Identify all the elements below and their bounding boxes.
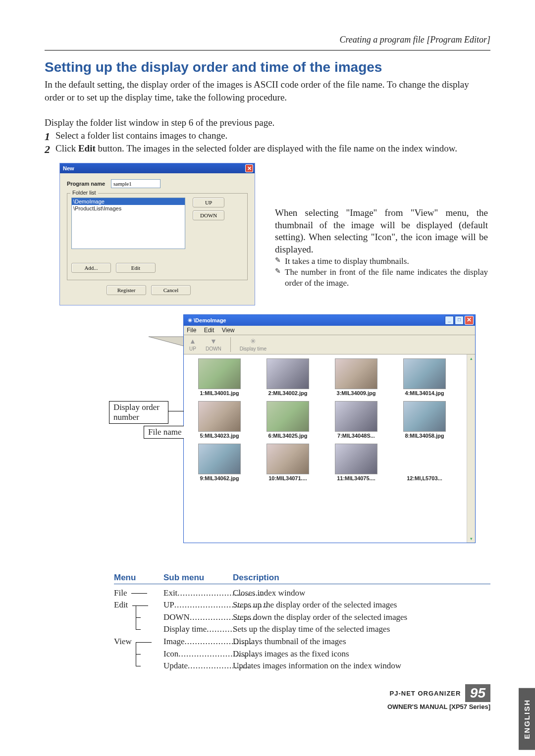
menu-file[interactable]: File <box>187 327 196 334</box>
submenu-down: DOWN <box>163 612 190 622</box>
callout-file-name: File name <box>144 426 186 439</box>
submenu-display-time: Display time <box>163 624 207 634</box>
thumb-label: 11:MIL34075.... <box>324 475 388 481</box>
toolbar-display-time-button[interactable]: ✳ Display time <box>240 337 267 352</box>
thumb-label: 8:MIL34058.jpg <box>393 433 456 439</box>
menu-file-label: File <box>114 588 127 598</box>
edit-button[interactable]: Edit <box>116 263 156 273</box>
program-name-label: Program name <box>67 181 105 187</box>
thumb-item[interactable]: 10:MIL34071.... <box>256 444 320 481</box>
close-icon[interactable]: ✕ <box>465 316 474 325</box>
section-title: Setting up the display order and time of… <box>45 59 490 75</box>
clock-icon: ✳ <box>249 337 257 345</box>
folder-item[interactable]: \ProductList\Images <box>72 205 185 212</box>
thumb-label: 2:MIL34002.jpg <box>256 390 320 396</box>
submenu-update: Update <box>163 661 188 670</box>
menu-description-table: Menu Sub menu Description File Exit.....… <box>114 573 490 672</box>
thumb-label: 1:MIL34001.jpg <box>188 390 251 396</box>
index-window-titlebar[interactable]: ✳ \DemoImage _ □ ✕ <box>184 315 475 326</box>
step-1-text: Select a folder list contains images to … <box>55 130 227 141</box>
menu-edit-label: Edit <box>114 600 128 609</box>
sidenote-p1: When selecting "Image" from "View" menu,… <box>275 207 488 256</box>
scroll-down-icon[interactable]: ▾ <box>467 535 475 543</box>
up-arrow-icon: ▲ <box>189 337 197 345</box>
menu-edit[interactable]: Edit <box>204 327 214 334</box>
minimize-icon[interactable]: _ <box>445 316 454 325</box>
thumb-item[interactable]: 5:MIL34023.jpg <box>188 401 251 439</box>
thumb-item[interactable]: 4:MIL34014.jpg <box>393 358 456 396</box>
close-icon[interactable]: ✕ <box>245 164 253 172</box>
folder-list-legend: Folder list <box>70 190 98 196</box>
cancel-button[interactable]: Cancel <box>151 285 191 295</box>
menu-view-label: View <box>114 637 132 646</box>
thumb-item[interactable]: 1:MIL34001.jpg <box>188 358 251 396</box>
down-button[interactable]: DOWN <box>193 210 224 220</box>
submenu-image: Image <box>163 637 184 646</box>
step-2: 2 Click Edit button. The images in the s… <box>45 142 490 155</box>
side-note: When selecting "Image" from "View" menu,… <box>275 207 488 289</box>
thumb-item[interactable]: 2:MIL34002.jpg <box>256 358 320 396</box>
thumb-label: 10:MIL34071.... <box>256 475 320 481</box>
thumb-label: 4:MIL34014.jpg <box>393 390 456 396</box>
scroll-up-icon[interactable]: ▴ <box>467 354 475 362</box>
toolbar-up-button[interactable]: ▲ UP <box>189 337 197 352</box>
desc-icon: Displays images as the fixed icons <box>233 648 490 660</box>
step-2-number: 2 <box>45 142 50 157</box>
step-1: 1 Select a folder list contains images t… <box>45 129 490 142</box>
header-breadcrumb: Creating a program file [Program Editor] <box>45 35 490 45</box>
page-footer: PJ-NET ORGANIZER 95 OWNER'S MANUAL [XP57… <box>45 684 490 710</box>
submenu-exit: Exit <box>163 588 177 598</box>
thumb-item[interactable]: 9:MIL34062.jpg <box>188 444 251 481</box>
footer-manual: OWNER'S MANUAL [XP57 Series] <box>45 703 490 710</box>
header-rule <box>45 50 490 50</box>
folder-item-selected[interactable]: \DemoImage <box>72 198 185 205</box>
sidenote-n2: The number in front of the file name ind… <box>275 267 488 289</box>
thumbnail-area: 1:MIL34001.jpg 2:MIL34002.jpg 3:MIL34009… <box>184 354 475 543</box>
thumb-item[interactable]: 3:MIL34009.jpg <box>324 358 388 396</box>
step-2-t1: Click <box>55 143 78 153</box>
col-head-description: Description <box>233 573 490 583</box>
steps-lead: Display the folder list window in step 6… <box>45 117 490 128</box>
submenu-up: UP <box>163 600 174 609</box>
new-dialog-title: New <box>63 165 74 171</box>
new-dialog: New ✕ Program name Folder list \DemoImag… <box>59 163 255 305</box>
add-button[interactable]: Add... <box>71 263 111 273</box>
register-button[interactable]: Register <box>107 285 146 295</box>
thumb-item[interactable]: 12:MI,L5703... <box>393 444 456 481</box>
sidenote-n1: It takes a time to display thumbnails. <box>275 256 488 267</box>
index-window-title: \DemoImage <box>194 317 226 323</box>
step-2-t2: button. The images in the selected folde… <box>96 143 457 153</box>
desc-down: Steps down the display order of the sele… <box>233 611 490 624</box>
col-head-menu: Menu <box>114 573 163 583</box>
down-arrow-icon: ▼ <box>210 337 217 345</box>
thumb-item[interactable]: 8:MIL34058.jpg <box>393 401 456 439</box>
thumb-item[interactable]: 11:MIL34075.... <box>324 444 388 481</box>
thumb-label: 3:MIL34009.jpg <box>324 390 388 396</box>
toolbar-down-button[interactable]: ▼ DOWN <box>206 337 221 352</box>
index-toolbar: ▲ UP ▼ DOWN ✳ Display time <box>184 335 475 354</box>
thumb-label: 6:MIL34025.jpg <box>256 433 320 439</box>
desc-exit: Closes index window <box>233 587 490 600</box>
desc-display-time: Sets up the display time of the selected… <box>233 623 490 636</box>
footer-product: PJ-NET ORGANIZER <box>390 690 461 697</box>
new-dialog-titlebar[interactable]: New ✕ <box>60 163 255 173</box>
language-tab: ENGLISH <box>519 688 535 730</box>
thumb-label: 9:MIL34062.jpg <box>188 475 251 481</box>
thumb-item[interactable]: 6:MIL34025.jpg <box>256 401 320 439</box>
thumb-item[interactable]: 7:MIL34048S... <box>324 401 388 439</box>
index-window-title-icon: ✳ <box>188 317 194 323</box>
menu-view[interactable]: View <box>222 327 235 334</box>
scrollbar[interactable]: ▴ ▾ <box>467 354 475 543</box>
intro-paragraph: In the default setting, the display orde… <box>45 78 490 103</box>
page-number: 95 <box>465 684 490 702</box>
submenu-icon: Icon <box>163 649 178 658</box>
up-button[interactable]: UP <box>193 198 224 207</box>
toolbar-up-label: UP <box>189 346 196 352</box>
program-name-input[interactable] <box>111 179 160 188</box>
maximize-icon[interactable]: □ <box>455 316 464 325</box>
thumb-label: 5:MIL34023.jpg <box>188 433 251 439</box>
toolbar-down-label: DOWN <box>206 346 221 352</box>
thumb-label: 12:MI,L5703... <box>393 475 456 481</box>
folder-list-box[interactable]: \DemoImage \ProductList\Images <box>71 198 185 249</box>
callout-display-order: Display order number <box>109 401 168 424</box>
